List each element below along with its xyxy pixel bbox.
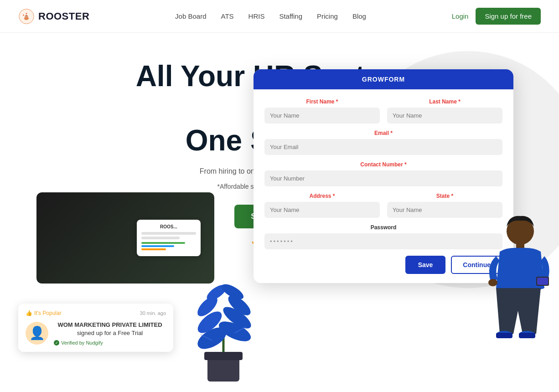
growform-tablet: GROWFORM First Name * Last Name *	[254, 69, 513, 283]
address-input[interactable]	[264, 202, 380, 218]
first-name-label: First Name *	[264, 98, 380, 105]
logo-text: ROOSTER	[38, 10, 89, 22]
svg-rect-18	[537, 278, 548, 285]
phone-row-1	[141, 232, 196, 235]
verified-text: Verified by Nudgify	[61, 340, 103, 346]
growform-body: First Name * Last Name * Email	[254, 89, 513, 283]
social-proof-card: 👍 It's Popular 30 min. ago 👤 WOM MARKETI…	[18, 304, 173, 352]
popular-badge: 👍 It's Popular	[26, 310, 62, 316]
bar-orange	[141, 248, 166, 250]
login-link[interactable]: Login	[452, 12, 469, 20]
bar-green	[141, 242, 185, 244]
verified-check-icon: ✓	[54, 340, 59, 346]
first-name-group: First Name *	[264, 98, 380, 124]
address-label: Address *	[264, 193, 380, 199]
svg-point-19	[488, 279, 497, 286]
password-row: Password	[264, 224, 502, 249]
time-text: 30 min. ago	[140, 310, 166, 316]
first-name-input[interactable]	[264, 108, 380, 124]
hero-section: All Your HR Systems in One Software From…	[0, 33, 559, 388]
contact-input[interactable]	[264, 170, 502, 186]
contact-label: Contact Number *	[264, 161, 502, 168]
growform-title: GROWFORM	[362, 76, 405, 83]
nav-staffing[interactable]: Staffing	[279, 12, 302, 20]
header-actions: Login Sign up for free	[452, 8, 541, 25]
phone-app-preview: ROOS...	[137, 220, 201, 256]
header: ROOSTER Job Board ATS HRIS Staffing Pric…	[0, 0, 559, 33]
svg-rect-23	[519, 333, 535, 338]
svg-rect-3	[204, 352, 243, 360]
verified-badge: ✓ Verified by Nudgify	[54, 340, 166, 346]
address-state-row: Address * State *	[264, 193, 502, 218]
social-proof-text: WOM MARKETING PRIVATE LIMITED signed up …	[54, 321, 166, 337]
signup-header-button[interactable]: Sign up for free	[476, 8, 541, 25]
social-proof-text-block: WOM MARKETING PRIVATE LIMITED signed up …	[54, 321, 166, 346]
phone-row-2	[141, 237, 180, 239]
last-name-group: Last Name *	[387, 98, 502, 124]
form-actions: Save Continue	[264, 256, 502, 274]
name-row: First Name * Last Name *	[264, 98, 502, 124]
email-group: Email *	[264, 130, 502, 155]
nav-pricing[interactable]: Pricing	[317, 12, 338, 20]
social-proof-header: 👍 It's Popular 30 min. ago	[26, 310, 166, 316]
bar-blue	[141, 245, 174, 247]
company-name: WOM MARKETING PRIVATE LIMITED	[57, 321, 162, 328]
nav-ats[interactable]: ATS	[221, 12, 234, 20]
password-input[interactable]	[264, 233, 502, 249]
last-name-label: Last Name *	[387, 98, 502, 105]
person-illustration	[477, 206, 550, 388]
avatar: 👤	[26, 322, 48, 345]
password-label: Password	[264, 224, 502, 231]
password-group: Password	[264, 224, 502, 249]
plant-decoration	[173, 252, 274, 388]
logo-icon	[18, 8, 35, 25]
save-button[interactable]: Save	[405, 256, 446, 274]
social-proof-body: 👤 WOM MARKETING PRIVATE LIMITED signed u…	[26, 321, 166, 346]
svg-point-1	[25, 15, 28, 18]
phone-app-logo: ROOS...	[141, 224, 196, 229]
logo-link[interactable]: ROOSTER	[18, 8, 89, 25]
last-name-input[interactable]	[387, 108, 502, 124]
email-input[interactable]	[264, 139, 502, 155]
svg-rect-22	[496, 333, 512, 338]
address-group: Address *	[264, 193, 380, 218]
nav-job-board[interactable]: Job Board	[175, 12, 206, 20]
state-label: State *	[387, 193, 502, 199]
growform-header: GROWFORM	[254, 69, 513, 89]
nav-hris[interactable]: HRIS	[248, 12, 265, 20]
email-row: Email *	[264, 130, 502, 155]
avatar-icon: 👤	[29, 325, 45, 340]
plant-svg	[173, 252, 274, 388]
contact-group: Contact Number *	[264, 161, 502, 186]
contact-row: Contact Number *	[264, 161, 502, 186]
action-text: signed up for a Free Trial	[77, 330, 143, 336]
person-svg	[477, 206, 550, 388]
main-nav: Job Board ATS HRIS Staffing Pricing Blog	[175, 12, 366, 20]
email-label: Email *	[264, 130, 502, 136]
svg-rect-2	[207, 356, 239, 382]
nav-blog[interactable]: Blog	[352, 12, 366, 20]
